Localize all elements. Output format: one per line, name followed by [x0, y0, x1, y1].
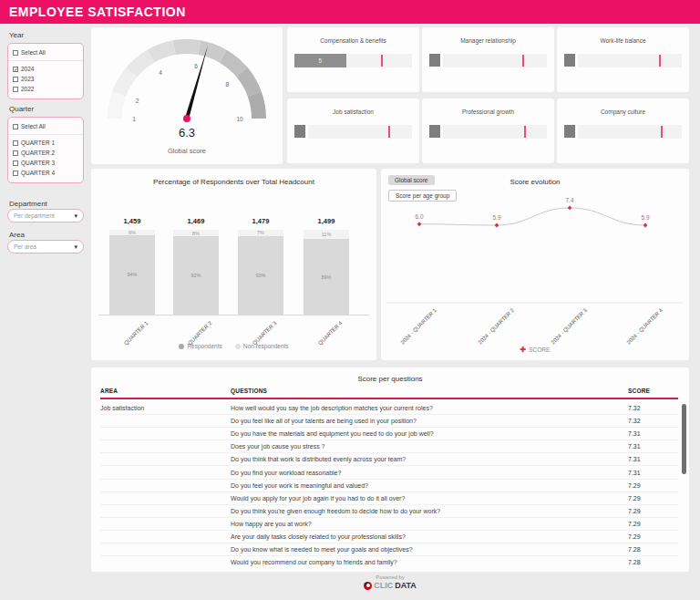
bar-total-label: 1,469 — [173, 217, 219, 225]
quarter-option-4[interactable]: QUARTER 4 — [8, 168, 83, 178]
legend-score[interactable]: ✚ SCORE — [520, 346, 551, 354]
table-row: Do you find your workload reasonable?7.3… — [100, 466, 678, 479]
gauge-caption: Global score — [91, 147, 283, 155]
score-cell: 7.29 — [628, 533, 678, 540]
department-filter-label: Department — [9, 200, 47, 208]
table-row: Would you apply for your job again if yo… — [100, 492, 678, 505]
table-row: Does your job cause you stress ?7.31 — [100, 440, 678, 453]
x-axis — [98, 315, 369, 316]
gauge-arc-segment — [131, 57, 150, 73]
checkbox-icon[interactable] — [13, 140, 18, 146]
stacked-bar[interactable]: 1,4797%93% — [238, 230, 283, 315]
data-point-marker[interactable] — [417, 222, 422, 226]
checkbox-icon[interactable] — [13, 77, 18, 82]
score-line — [419, 208, 645, 225]
chart-title: Percentage of Respondents over Total Hea… — [91, 178, 376, 186]
checkbox-icon[interactable] — [13, 67, 18, 72]
area-dropdown[interactable]: Per area ▾ — [7, 240, 84, 253]
checkbox-icon[interactable] — [13, 150, 18, 156]
question-cell: Do you think that work is distributed ev… — [231, 456, 628, 462]
gauge-tick-label: 1 — [132, 116, 136, 122]
data-point-label: 6.0 — [415, 213, 423, 220]
question-cell: Do you find your workload reasonable? — [231, 470, 628, 476]
quarter-option-1[interactable]: QUARTER 1 — [8, 138, 83, 148]
question-cell: How well would you say the job descripti… — [231, 405, 628, 411]
global-score-gauge-card: 1246810 6.3 Global score — [91, 27, 283, 164]
legend-dot-icon — [179, 344, 184, 349]
year-option-2024[interactable]: 2024 — [8, 64, 83, 74]
checkbox-icon[interactable] — [13, 87, 18, 92]
respondents-segment: 93% — [238, 236, 283, 316]
checkbox-icon[interactable] — [13, 50, 18, 56]
table-body: Job satisfactionHow well would you say t… — [100, 402, 678, 568]
gauge-chart: 1246810 — [91, 27, 283, 128]
divider — [8, 60, 83, 61]
checkbox-icon[interactable] — [13, 160, 18, 166]
gauge-tick-label: 2 — [136, 98, 139, 104]
stacked-bar[interactable]: 1,49911%89% — [304, 230, 349, 315]
legend-respondents[interactable]: Respondents — [179, 343, 221, 349]
col-header-questions: QUESTIONS — [231, 388, 628, 394]
gauge-tick-label: 8 — [226, 81, 230, 88]
x-axis-label: 2024 - QUARTER 2 — [478, 307, 516, 346]
kpi-track — [443, 125, 547, 139]
data-point-marker[interactable] — [568, 206, 572, 211]
stacked-bar[interactable]: 1,4698%92% — [173, 230, 219, 315]
gauge-arc-segment — [242, 72, 255, 94]
quarter-option-2[interactable]: QUARTER 2 — [8, 148, 83, 158]
table-row: Do you feel your work is meaningful and … — [100, 480, 678, 492]
kpi-target-marker — [388, 126, 390, 138]
kpi-card-manager: Manager relationship — [422, 27, 554, 92]
legend-dot-icon — [235, 344, 241, 349]
score-per-questions-card: Score per questions AREA QUESTIONS SCORE… — [91, 367, 689, 572]
year-option-2022[interactable]: 2022 — [8, 84, 83, 94]
clicdata-logo[interactable]: CLIC DATA — [91, 581, 689, 590]
score-cell: 7.32 — [628, 405, 678, 411]
score-cell: 7.32 — [628, 418, 678, 424]
kpi-track — [308, 125, 412, 139]
table-scrollbar[interactable] — [682, 404, 686, 474]
kpi-value-square — [564, 125, 575, 138]
respondents-segment: 94% — [109, 235, 155, 315]
kpi-target-marker — [661, 126, 663, 138]
legend-non-respondents[interactable]: Non-respondents — [235, 343, 289, 349]
question-cell: How happy are you at work? — [231, 521, 628, 527]
department-dropdown[interactable]: Per department ▾ — [7, 209, 84, 222]
line-legend: ✚ SCORE — [381, 346, 689, 354]
stacked-bar[interactable]: 1,4596%94% — [109, 230, 155, 315]
score-cell: 7.31 — [628, 443, 678, 450]
gauge-value: 6.3 — [91, 126, 283, 140]
question-cell: Do you feel your work is meaningful and … — [231, 482, 628, 489]
quarter-option-3[interactable]: QUARTER 3 — [8, 158, 83, 168]
score-cell: 7.29 — [628, 482, 678, 489]
gauge-arc-segment — [223, 57, 242, 73]
year-select-all[interactable]: Select All — [8, 47, 83, 57]
question-cell: Does your job cause you stress ? — [231, 443, 628, 450]
area-cell: Job satisfaction — [100, 405, 231, 411]
respondents-segment: 92% — [173, 236, 219, 315]
plus-marker-icon: ✚ — [520, 346, 527, 354]
data-point-marker[interactable] — [643, 223, 648, 228]
data-point-marker[interactable] — [495, 223, 499, 228]
score-cell: 7.29 — [628, 495, 678, 502]
score-cell: 7.29 — [628, 521, 678, 527]
question-cell: Do you think you're given enough freedom… — [231, 508, 628, 514]
gauge-tick-label: 10 — [236, 116, 243, 122]
year-filter-box: Select All 2024 2023 2022 — [7, 43, 84, 99]
question-cell: Would you apply for your job again if yo… — [231, 495, 628, 502]
kpi-card-jobsatisfaction: Job satisfaction — [287, 98, 419, 163]
score-cell: 7.31 — [628, 456, 678, 462]
col-header-area: AREA — [100, 388, 231, 394]
kpi-value-bar: 5 — [294, 54, 346, 67]
year-option-2023[interactable]: 2023 — [8, 74, 83, 84]
table-header: AREA QUESTIONS SCORE — [100, 388, 678, 399]
year-filter-label: Year — [9, 31, 24, 39]
gauge-pivot — [183, 115, 190, 122]
quarter-filter-box: Select All QUARTER 1 QUARTER 2 QUARTER 3… — [7, 117, 84, 183]
kpi-target-marker — [522, 55, 524, 67]
quarter-select-all[interactable]: Select All — [8, 121, 83, 131]
divider — [8, 134, 83, 135]
checkbox-icon[interactable] — [13, 171, 18, 176]
checkbox-icon[interactable] — [13, 124, 18, 129]
score-cell: 7.29 — [628, 508, 678, 514]
